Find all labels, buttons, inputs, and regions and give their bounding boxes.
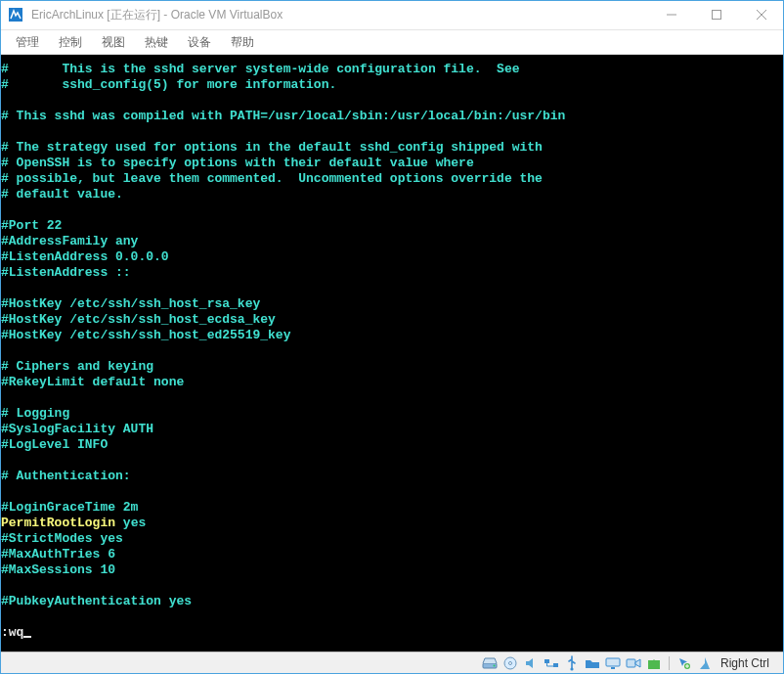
menu-control[interactable]: 控制 [49, 34, 92, 51]
terminal-line: #LogLevel INFO [1, 437, 783, 453]
app-icon [8, 7, 23, 22]
hard-disk-icon[interactable] [481, 654, 499, 672]
vm-status-bar: Right Ctrl [1, 652, 783, 673]
network-icon[interactable] [543, 654, 560, 672]
audio-icon[interactable] [522, 654, 540, 672]
host-key-indicator: Right Ctrl [717, 656, 777, 670]
terminal-line: #AddressFamily any [1, 234, 783, 249]
menu-view[interactable]: 视图 [92, 34, 135, 51]
display-icon[interactable] [604, 654, 622, 672]
terminal-line: # default value. [1, 187, 783, 202]
keyboard-capture-icon[interactable] [696, 654, 714, 672]
svg-rect-12 [606, 658, 620, 666]
terminal-line: #RekeyLimit default none [1, 375, 783, 390]
terminal-line: #ListenAddress 0.0.0.0 [1, 249, 783, 265]
terminal-line: #HostKey /etc/ssh/ssh_host_ed25519_key [1, 328, 783, 343]
terminal-line: #HostKey /etc/ssh/ssh_host_rsa_key [1, 296, 783, 312]
terminal-line: #MaxSessions 10 [1, 562, 783, 578]
maximize-button[interactable] [694, 0, 739, 30]
usb-icon[interactable] [563, 654, 581, 672]
terminal-line: #StrictModes yes [1, 531, 783, 547]
svg-point-6 [493, 664, 495, 666]
terminal-line: # This is the sshd server system-wide co… [1, 62, 783, 77]
minimize-button[interactable] [649, 0, 694, 30]
terminal-viewport[interactable]: # This is the sshd server system-wide co… [1, 55, 783, 652]
terminal-line: # Ciphers and keying [1, 359, 783, 375]
svg-rect-14 [627, 659, 635, 667]
terminal-line: #SyslogFacility AUTH [1, 422, 783, 437]
svg-point-8 [508, 661, 511, 664]
terminal-line: # Authentication: [1, 469, 783, 484]
optical-disk-icon[interactable] [501, 654, 519, 672]
terminal-line: PermitRootLogin yes [1, 516, 783, 531]
svg-point-11 [570, 667, 573, 670]
terminal-line: #Port 22 [1, 218, 783, 234]
terminal-line: :wq [1, 625, 783, 641]
terminal-line: #ListenAddress :: [1, 265, 783, 281]
menu-manage[interactable]: 管理 [6, 34, 49, 51]
terminal-line: # This sshd was compiled with PATH=/usr/… [1, 109, 783, 124]
terminal-line: # possible, but leave them commented. Un… [1, 171, 783, 187]
guest-additions-icon[interactable] [645, 654, 663, 672]
svg-rect-2 [713, 11, 721, 20]
window-titlebar: EricArchLinux [正在运行] - Oracle VM Virtual… [0, 0, 784, 30]
terminal-line: #PubkeyAuthentication yes [1, 594, 783, 609]
terminal-line: # Logging [1, 406, 783, 422]
terminal-line: #MaxAuthTries 6 [1, 547, 783, 562]
window-title: EricArchLinux [正在运行] - Oracle VM Virtual… [31, 7, 649, 23]
menu-bar: 管理 控制 视图 热键 设备 帮助 [0, 30, 784, 55]
recording-icon[interactable] [625, 654, 642, 672]
menu-devices[interactable]: 设备 [178, 34, 221, 51]
menu-hotkeys[interactable]: 热键 [135, 34, 178, 51]
terminal-line: # OpenSSH is to specify options with the… [1, 156, 783, 171]
close-button[interactable] [739, 0, 784, 30]
shared-folders-icon[interactable] [584, 654, 601, 672]
terminal-line: # sshd_config(5) for more information. [1, 77, 783, 93]
terminal-line: # The strategy used for options in the d… [1, 140, 783, 156]
svg-rect-9 [544, 659, 549, 663]
terminal-line: #HostKey /etc/ssh/ssh_host_ecdsa_key [1, 312, 783, 328]
mouse-integration-icon[interactable] [675, 654, 693, 672]
window-controls [649, 0, 784, 30]
svg-rect-13 [611, 667, 615, 669]
terminal-line: #LoginGraceTime 2m [1, 500, 783, 516]
menu-help[interactable]: 帮助 [221, 34, 264, 51]
